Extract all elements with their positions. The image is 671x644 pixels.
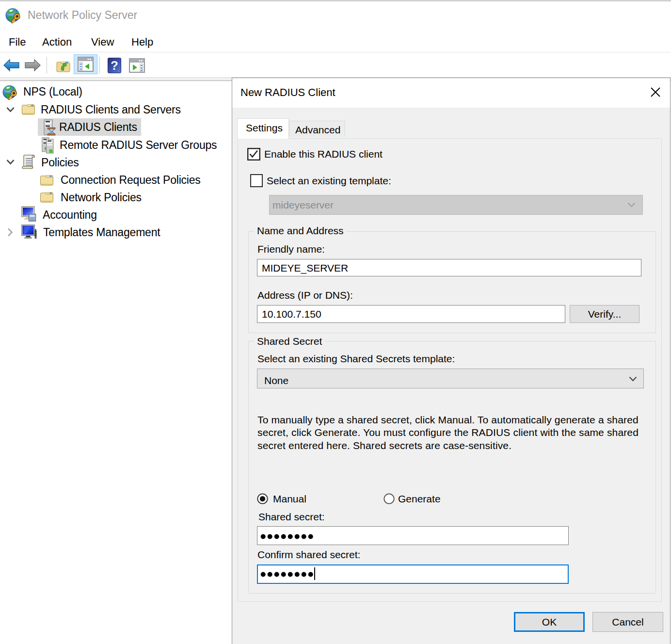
svg-text:?: ? [111,58,118,73]
